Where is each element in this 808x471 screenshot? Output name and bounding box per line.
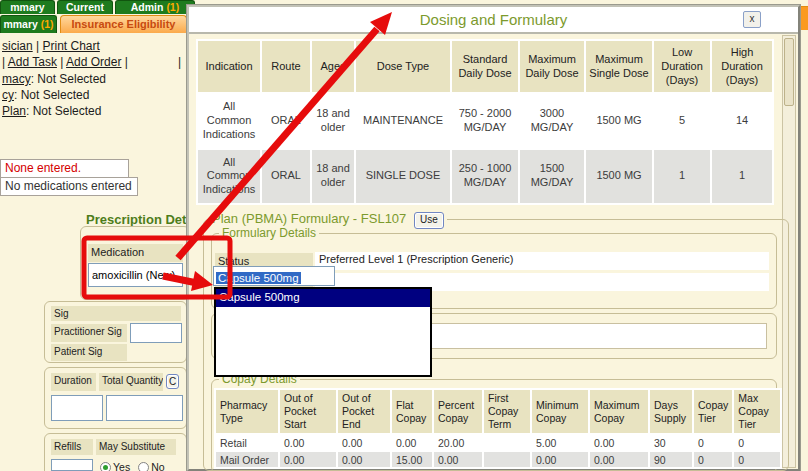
table-cell: 1500 MG/DAY: [520, 150, 584, 203]
column-header: Pharmacy Type: [216, 390, 278, 433]
status-value: Preferred Level 1 (Prescription Generic): [315, 252, 769, 270]
table-cell: [484, 452, 530, 467]
patient-sig-label: Patient Sig: [51, 344, 127, 361]
table-cell: 3000 MG/DAY: [520, 94, 584, 147]
use-button[interactable]: Use: [414, 212, 444, 229]
radio-no[interactable]: [138, 462, 149, 471]
tab-badge: (1): [166, 1, 179, 13]
tab-summary[interactable]: mmary (1): [0, 15, 57, 33]
column-header: Out of Pocket Start: [280, 390, 336, 433]
add-task-link[interactable]: Add Task: [8, 55, 57, 69]
sig-header: Sig: [51, 306, 181, 321]
column-header: Low Duration (Days): [654, 41, 710, 92]
quantity-calc-button[interactable]: C: [166, 374, 179, 389]
pharmacy-selection-row: macy: Not Selected: [2, 72, 106, 86]
table-cell: [484, 435, 530, 450]
refills-input[interactable]: [51, 459, 93, 471]
add-order-link[interactable]: Add Order: [66, 55, 121, 69]
practitioner-sig-input[interactable]: [130, 323, 182, 343]
duration-label: Duration: [51, 373, 96, 391]
column-header: Ages: [312, 41, 354, 92]
tab-label: Current: [66, 1, 104, 13]
print-chart-link[interactable]: Print Chart: [43, 39, 100, 53]
dropdown-option[interactable]: Capsule 500mg: [216, 289, 430, 307]
column-header: Maximum Daily Dose: [520, 41, 584, 92]
table-cell: 18 and older: [312, 150, 354, 203]
table-cell: ORAL: [262, 150, 310, 203]
column-header: Standard Daily Dose: [452, 41, 518, 92]
table-cell: 15.00: [392, 452, 432, 467]
practitioner-sig-label: Practitioner Sig: [51, 324, 127, 342]
plan-link[interactable]: Plan: [2, 104, 26, 118]
dosing-formulary-window: Dosing and Formulary x IndicationRouteAg…: [187, 5, 800, 471]
radio-no-label: No: [151, 461, 164, 471]
link-row-2: | Add Task | Add Order |: [2, 55, 128, 69]
dosing-table-header: IndicationRouteAgesDose TypeStandard Dai…: [198, 41, 772, 92]
column-header: Max Copay Tier: [734, 390, 780, 433]
table-cell: 0.00: [590, 452, 648, 467]
tab-insurance-eligibility[interactable]: Insurance Eligibility: [60, 15, 187, 33]
table-cell: 0: [694, 452, 732, 467]
table-cell: 14: [712, 94, 772, 147]
radio-yes[interactable]: [100, 462, 111, 471]
column-header: Maximum Copay: [590, 390, 648, 433]
table-cell: 0.00: [280, 435, 336, 450]
separator: |: [60, 55, 63, 69]
table-cell: 30: [650, 435, 692, 450]
scrollbar-thumb[interactable]: [784, 38, 794, 106]
allergy-selection-row: cy: Not Selected: [2, 88, 89, 102]
table-cell: 0: [694, 435, 732, 450]
column-header: Out of Pocket End: [338, 390, 390, 433]
duration-input[interactable]: [51, 395, 103, 421]
table-cell: 18 and older: [312, 94, 354, 147]
tab-current[interactable]: Current: [57, 0, 113, 14]
table-cell: Retail: [216, 435, 278, 450]
allergy-link[interactable]: cy: [2, 88, 14, 102]
radio-yes-label: Yes: [113, 461, 130, 471]
column-header: Days Supply: [650, 390, 692, 433]
plan-legend-text: Plan (PBMA) Formulary - FSL107: [212, 211, 406, 226]
pharmacy-link[interactable]: macy: [2, 72, 31, 86]
column-header: Indication: [198, 41, 260, 92]
table-cell: 0.00: [590, 435, 648, 450]
table-cell: 1500 MG: [586, 94, 652, 147]
formulary-details-legend: Formulary Details: [219, 226, 319, 240]
table-cell: 0.00: [532, 452, 588, 467]
table-cell: 250 - 1000 MG/DAY: [452, 150, 518, 203]
no-medications-message: No medications entered: [0, 177, 138, 196]
column-header: Maximum Single Dose: [586, 41, 652, 92]
total-quantity-input[interactable]: [106, 395, 183, 421]
table-cell: 20.00: [434, 435, 482, 450]
column-header: High Duration (Days): [712, 41, 772, 92]
table-cell: 5: [654, 94, 710, 147]
table-cell: Mail Order: [216, 452, 278, 467]
table-cell: All Common Indications: [198, 94, 260, 147]
tab-admin[interactable]: Admin (1): [115, 0, 195, 14]
table-cell: 0.00: [338, 435, 390, 450]
physician-link[interactable]: sician: [2, 39, 33, 53]
allergy-status: : Not Selected: [14, 88, 89, 102]
table-cell: 0.00: [392, 435, 432, 450]
window-titlebar: Dosing and Formulary x: [189, 7, 798, 34]
tab-summary-top[interactable]: mmary: [0, 0, 55, 14]
table-cell: 1: [654, 150, 710, 203]
copay-table: Pharmacy TypeOut of Pocket StartOut of P…: [214, 388, 782, 469]
table-cell: MAINTENANCE: [356, 94, 450, 147]
plan-status: : Not Selected: [26, 104, 101, 118]
background-tab-strip: [800, 6, 808, 30]
tab-label: mmary: [10, 1, 44, 13]
allergies-none-entered: None entered.: [0, 159, 129, 178]
separator: |: [125, 55, 128, 69]
separator: |: [2, 55, 5, 69]
close-icon[interactable]: x: [743, 11, 761, 28]
strength-combobox[interactable]: Capsule 500mg: [213, 266, 335, 286]
strength-dropdown-list[interactable]: Capsule 500mg: [214, 287, 432, 377]
medication-label: Medication: [88, 244, 183, 262]
table-cell: 5.00: [532, 435, 588, 450]
table-row: All Common IndicationsORAL18 and olderMA…: [198, 94, 772, 147]
tab-badge: (1): [41, 18, 54, 30]
table-cell: 0: [734, 452, 780, 467]
medication-input[interactable]: [88, 263, 183, 287]
plan-selection-row: Plan: Not Selected: [2, 104, 101, 118]
prescription-detail-title: Prescription Detail: [86, 212, 201, 227]
